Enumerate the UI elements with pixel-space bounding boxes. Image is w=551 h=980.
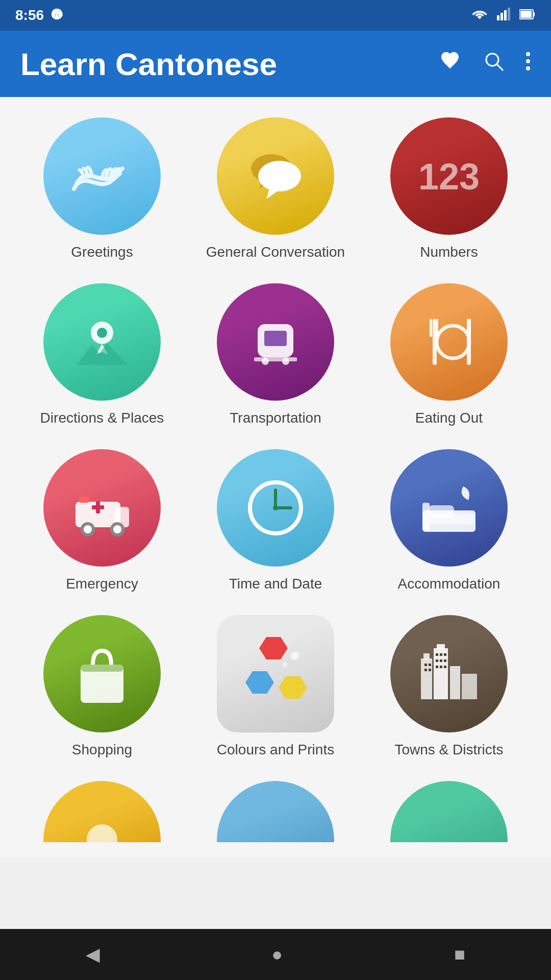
category-grid: Greetings General Conversation 123 <box>20 112 531 766</box>
numbers-icon-circle: 123 <box>390 117 508 235</box>
svg-point-41 <box>273 505 278 510</box>
svg-point-18 <box>97 328 107 338</box>
svg-rect-3 <box>508 8 510 20</box>
home-button[interactable]: ● <box>271 944 283 965</box>
category-item-partial-2[interactable] <box>194 776 357 842</box>
recents-button[interactable]: ■ <box>454 944 465 965</box>
svg-rect-54 <box>423 653 430 659</box>
category-item-time-date[interactable]: Time and Date <box>194 444 357 600</box>
category-item-eating-out[interactable]: Eating Out <box>367 278 531 434</box>
conversation-label: General Conversation <box>206 244 345 260</box>
svg-rect-0 <box>497 15 499 20</box>
svg-rect-70 <box>440 666 442 668</box>
category-item-emergency[interactable]: Emergency <box>20 444 184 600</box>
search-button[interactable] <box>483 50 505 78</box>
main-content: Greetings General Conversation 123 <box>0 97 551 857</box>
svg-point-52 <box>282 662 287 667</box>
partial-row <box>20 776 531 842</box>
conversation-icon-circle <box>217 117 334 235</box>
svg-rect-62 <box>429 669 431 671</box>
shopping-icon-circle <box>43 615 161 732</box>
svg-marker-49 <box>245 671 274 694</box>
svg-rect-5 <box>533 12 535 16</box>
status-left: 8:56 🅐 <box>15 7 63 23</box>
emergency-icon-circle <box>43 449 161 567</box>
eating-label: Eating Out <box>415 410 483 426</box>
svg-rect-63 <box>436 653 438 656</box>
svg-point-23 <box>282 358 289 365</box>
svg-point-7 <box>486 54 498 66</box>
transportation-label: Transportation <box>230 410 321 426</box>
svg-point-72 <box>87 824 117 842</box>
svg-rect-20 <box>264 331 287 346</box>
category-item-shopping[interactable]: Shopping <box>20 610 184 766</box>
wifi-icon <box>471 7 488 23</box>
time-display: 8:56 <box>15 7 44 23</box>
svg-marker-48 <box>259 637 288 659</box>
svg-line-8 <box>497 64 503 70</box>
svg-point-14 <box>258 161 301 191</box>
accommodation-label: Accommodation <box>398 576 500 592</box>
category-item-greetings[interactable]: Greetings <box>20 112 184 268</box>
svg-rect-68 <box>444 659 446 662</box>
category-item-numbers[interactable]: 123 Numbers <box>367 112 531 268</box>
svg-rect-32 <box>96 501 100 513</box>
category-item-towns-districts[interactable]: Towns & Districts <box>367 610 531 766</box>
svg-rect-25 <box>430 319 432 337</box>
svg-text:123: 123 <box>418 156 480 197</box>
svg-rect-2 <box>504 10 507 20</box>
svg-point-34 <box>84 525 92 533</box>
transportation-icon-circle <box>217 283 334 401</box>
svg-marker-50 <box>279 676 307 699</box>
category-item-transportation[interactable]: Transportation <box>194 278 357 434</box>
svg-rect-37 <box>79 497 89 503</box>
category-item-partial-1[interactable] <box>20 776 184 842</box>
category-item-colours-prints[interactable]: Colours and Prints <box>194 610 357 766</box>
navigation-bar: ◀ ● ■ <box>0 929 551 980</box>
svg-rect-6 <box>520 11 532 18</box>
category-item-general-conversation[interactable]: General Conversation <box>194 112 357 268</box>
svg-point-27 <box>437 326 469 358</box>
svg-rect-57 <box>450 666 460 699</box>
svg-rect-71 <box>444 666 446 668</box>
emergency-label: Emergency <box>66 576 138 592</box>
directions-icon-circle <box>43 283 161 401</box>
eating-icon-circle <box>390 283 508 401</box>
signal-icon <box>497 7 510 24</box>
greetings-icon-circle <box>43 117 161 235</box>
shopping-label: Shopping <box>72 742 132 758</box>
svg-rect-61 <box>424 669 427 671</box>
category-item-directions[interactable]: Directions & Places <box>20 278 184 434</box>
svg-rect-21 <box>254 357 297 361</box>
towns-icon-circle <box>390 615 508 732</box>
back-button[interactable]: ◀ <box>86 944 100 965</box>
svg-rect-43 <box>422 503 430 531</box>
svg-rect-69 <box>436 666 438 668</box>
svg-rect-59 <box>424 664 427 666</box>
time-icon-circle <box>217 449 334 567</box>
svg-rect-45 <box>429 514 473 524</box>
svg-rect-47 <box>81 665 123 672</box>
favorite-button[interactable] <box>440 50 462 78</box>
accommodation-icon-circle <box>390 449 508 567</box>
numbers-label: Numbers <box>420 244 478 260</box>
time-label: Time and Date <box>229 576 322 592</box>
app-title: Learn Cantonese <box>20 46 440 82</box>
category-item-accommodation[interactable]: Accommodation <box>367 444 531 600</box>
svg-point-11 <box>526 66 530 70</box>
app-bar: Learn Cantonese <box>0 31 551 97</box>
status-bar: 8:56 🅐 <box>0 0 551 31</box>
svg-rect-60 <box>429 664 431 666</box>
svg-rect-1 <box>500 13 503 20</box>
svg-point-10 <box>526 59 530 63</box>
app-bar-icons <box>440 50 531 78</box>
greetings-label: Greetings <box>71 244 133 260</box>
towns-label: Towns & Districts <box>394 742 503 758</box>
directions-label: Directions & Places <box>40 410 164 426</box>
more-options-button[interactable] <box>525 50 531 78</box>
colours-label: Colours and Prints <box>217 742 334 758</box>
category-item-partial-3[interactable] <box>367 776 531 842</box>
svg-point-51 <box>291 652 299 660</box>
battery-icon <box>519 7 536 23</box>
svg-rect-64 <box>440 653 442 656</box>
